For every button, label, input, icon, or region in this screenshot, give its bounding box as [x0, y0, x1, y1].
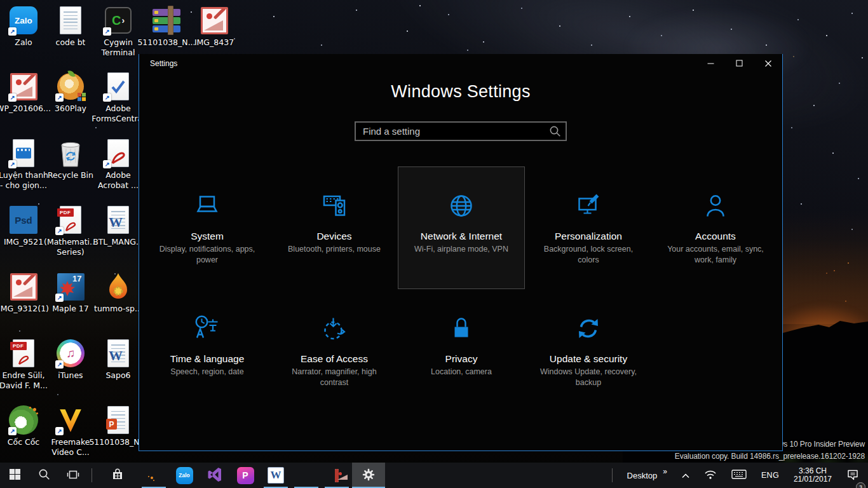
shortcut-arrow-icon: ↗: [55, 227, 64, 235]
taskbar: ZaloPW Desktop » ENG: [0, 463, 868, 488]
desktop-icon-label: iTunes: [58, 370, 83, 381]
maple-file-icon: 17↗: [55, 271, 86, 302]
taskbar-settings-button[interactable]: [352, 463, 385, 488]
system-icon: [192, 191, 222, 221]
desktop-icon-label: Cygwin Terminal: [92, 37, 145, 58]
psd-file-icon: Psd: [8, 205, 39, 235]
desktop-icon-luyen-thanh[interactable]: ↗Luyện thanh - cho giọn...: [0, 138, 50, 191]
settings-tile-network-internet[interactable]: Network & InternetWi-Fi, airplane mode, …: [398, 166, 525, 289]
desktop-icon-maple-17[interactable]: 17↗Maple 17: [44, 271, 97, 314]
desktop-icon-ppt-51101038[interactable]: P51101038_N...: [92, 405, 145, 447]
tile-subtitle: Wi-Fi, airplane mode, VPN: [414, 244, 508, 255]
notification-count-badge: 3: [856, 482, 865, 488]
desktop-icon-btl-mang[interactable]: WBTL_MANG...: [92, 205, 145, 247]
action-center-button[interactable]: 3: [843, 463, 864, 488]
desktop-icon-rar-51101038[interactable]: 51101038_N...: [140, 5, 193, 48]
desktop-icon-wp-201606[interactable]: ↗WP_201606...: [0, 71, 50, 114]
settings-icon: [362, 468, 376, 484]
desktop-icon-itunes[interactable]: ♫↗iTunes: [44, 338, 97, 381]
desktop-icon-cygwin-terminal[interactable]: C›↗Cygwin Terminal: [92, 5, 145, 58]
tile-title: Network & Internet: [421, 231, 502, 242]
settings-window: Settings Windows Settings SystemDisplay,…: [139, 54, 783, 451]
desktop-icon-freemake[interactable]: ↗Freemake Video C...: [44, 405, 97, 458]
visual-studio-icon: [207, 466, 223, 485]
clock[interactable]: 3:36 CH 21/01/2017: [790, 463, 836, 488]
desktop-icon-label: (Mathemati... Series) Davi...: [44, 237, 97, 258]
taskbar-word-button[interactable]: W: [261, 463, 291, 488]
shortcut-arrow-icon: ↗: [55, 93, 64, 102]
tile-title: Time & language: [170, 353, 245, 365]
desktop-icon-img-9312[interactable]: IMG_9312(1): [0, 271, 50, 314]
tile-title: Devices: [316, 231, 351, 242]
close-button[interactable]: [754, 54, 782, 72]
tile-title: System: [191, 231, 224, 242]
notification-icon: [846, 468, 859, 483]
search-input[interactable]: [355, 121, 567, 141]
settings-tile-accounts[interactable]: AccountsYour accounts, email, sync, work…: [652, 166, 779, 289]
tile-title: Personalization: [555, 231, 622, 242]
wifi-icon: [704, 470, 717, 482]
desktop-icon-tummo[interactable]: tummo-sp...: [92, 271, 145, 314]
cygwin-file-icon: C›↗: [103, 5, 133, 36]
desktop-icon-coc-coc[interactable]: ↗Cốc Cốc: [0, 405, 50, 447]
personalization-icon: [573, 191, 604, 221]
page-title: Windows Settings: [139, 82, 782, 102]
maximize-button[interactable]: [725, 54, 754, 72]
minimize-button[interactable]: [696, 54, 725, 72]
taskbar-chromium-button[interactable]: [291, 463, 322, 488]
date-label: 21/01/2017: [794, 475, 832, 484]
show-hidden-icons-button[interactable]: [678, 463, 693, 488]
taskbar-coc-coc-button[interactable]: [139, 463, 169, 488]
desktop-icon-formscentral[interactable]: ↗Adobe FormsCentral: [92, 71, 145, 124]
word-icon: W: [268, 467, 284, 484]
desktop-icon-mathematics-pdf[interactable]: PDF↗(Mathemati... Series) Davi...: [44, 205, 97, 258]
tile-subtitle: Windows Update, recovery, backup: [534, 367, 643, 388]
tile-subtitle: Your accounts, email, sync, work, family: [661, 244, 770, 266]
taskbar-zalo-button[interactable]: Zalo: [169, 463, 200, 488]
language-indicator[interactable]: ENG: [757, 463, 783, 488]
taskbar-task-view-button[interactable]: [58, 463, 88, 488]
desktop-icon-code-bt[interactable]: code bt: [44, 5, 97, 48]
desktop-icon-recycle-bin[interactable]: Recycle Bin: [44, 138, 97, 180]
settings-tile-devices[interactable]: DevicesBluetooth, printers, mouse: [271, 166, 398, 289]
network-icon: [446, 191, 477, 221]
desktop-icon-img-8437[interactable]: IMG_8437: [187, 5, 241, 48]
settings-tile-ease-of-access[interactable]: Ease of AccessNarrator, magnifier, high …: [271, 289, 398, 412]
time-icon: [192, 313, 222, 344]
word-file-icon: W: [103, 205, 133, 235]
settings-tile-privacy[interactable]: PrivacyLocation, camera: [398, 289, 525, 412]
settings-tile-personalization[interactable]: PersonalizationBackground, lock screen, …: [525, 166, 652, 289]
itunes-file-icon: ♫↗: [55, 338, 86, 369]
taskbar-picsart-button[interactable]: P: [230, 463, 261, 488]
desktop-icon-label: Adobe Acrobat ...: [92, 170, 145, 191]
desktop-icon-zalo[interactable]: Zalo↗Zalo: [0, 5, 50, 48]
desktop-icon-adobe-acrobat[interactable]: ↗Adobe Acrobat ...: [92, 138, 145, 191]
taskbar-start-button[interactable]: [0, 463, 29, 488]
settings-tile-update-security[interactable]: Update & securityWindows Update, recover…: [525, 289, 652, 412]
desktop-icon-label: IMG_9521: [4, 237, 43, 247]
onion-file-icon: ↗: [55, 71, 86, 102]
desktop-icon-sapo6[interactable]: WSapo6: [92, 338, 145, 381]
desktop-icon-360play[interactable]: ↗360Play: [44, 71, 97, 114]
chevron-double-right-icon: »: [663, 467, 667, 476]
tile-subtitle: Background, lock screen, colors: [534, 244, 643, 266]
privacy-icon: [446, 313, 477, 344]
desktop-icon-endre-suli-pdf[interactable]: PDFEndre Süli, David F. M...: [0, 338, 50, 391]
desktop-icon-img-9521[interactable]: PsdIMG_9521: [0, 205, 50, 247]
settings-tile-time-language[interactable]: Time & languageSpeech, region, date: [144, 289, 271, 412]
tile-subtitle: Narrator, magnifier, high contrast: [280, 367, 389, 388]
window-titlebar[interactable]: Settings: [139, 54, 782, 73]
accounts-icon: [700, 191, 731, 221]
desktop-toolbar[interactable]: Desktop »: [623, 463, 671, 488]
pdf-file-icon: PDF: [8, 338, 39, 369]
ease-icon: [319, 313, 349, 344]
taskbar-picture-manager-button[interactable]: [322, 463, 352, 488]
taskbar-visual-studio-button[interactable]: [200, 463, 230, 488]
taskbar-search-button[interactable]: [29, 463, 58, 488]
zalo-icon: Zalo: [176, 467, 193, 484]
taskbar-store-button[interactable]: [103, 463, 132, 488]
shortcut-arrow-icon: ↗: [8, 427, 17, 435]
network-tray-button[interactable]: [700, 463, 721, 488]
settings-tile-system[interactable]: SystemDisplay, notifications, apps, powe…: [144, 166, 271, 289]
touch-keyboard-button[interactable]: [728, 463, 750, 488]
